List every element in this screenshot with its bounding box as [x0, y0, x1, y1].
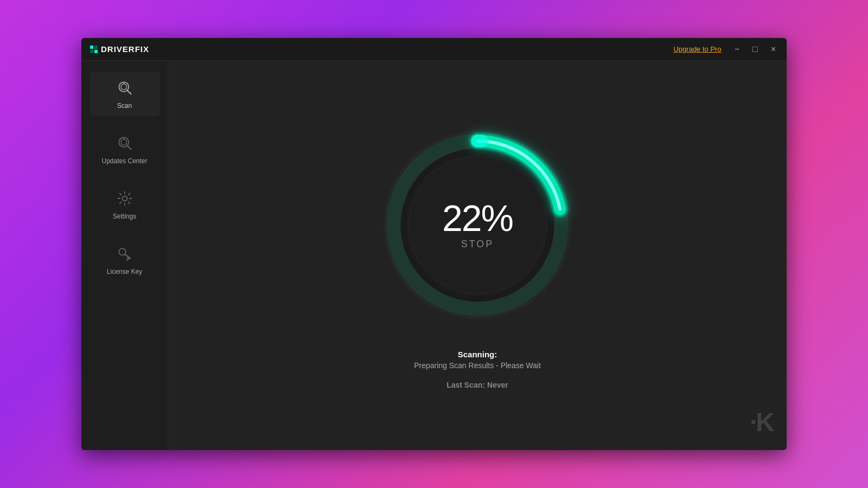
sidebar-item-license-label: License Key	[107, 268, 142, 275]
app-window: DRIVERFIX Upgrade to Pro − □ ×	[81, 38, 787, 450]
settings-icon	[115, 189, 135, 208]
stop-button[interactable]: STOP	[461, 239, 494, 250]
sidebar-item-scan-label: Scan	[117, 102, 132, 110]
logo-cell-1	[90, 46, 93, 49]
app-logo: DRIVERFIX	[90, 44, 149, 54]
sidebar: Scan Updates Center	[81, 61, 168, 450]
upgrade-link[interactable]: Upgrade to Pro	[673, 45, 721, 53]
updates-center-icon	[115, 133, 135, 153]
logo-cell-2	[94, 46, 98, 49]
scan-center: 22% STOP	[442, 200, 513, 250]
scanning-label: Scanning:	[414, 350, 541, 359]
sidebar-item-license-key[interactable]: License Key	[90, 237, 160, 282]
title-bar: DRIVERFIX Upgrade to Pro − □ ×	[81, 38, 787, 61]
svg-line-6	[127, 145, 131, 149]
logo-grid-icon	[90, 46, 98, 53]
content-area: 22% STOP Scanning: Preparing Scan Result…	[168, 61, 787, 450]
sidebar-item-scan[interactable]: Scan	[90, 72, 160, 116]
sidebar-item-settings-label: Settings	[113, 213, 136, 220]
title-bar-right: Upgrade to Pro − □ ×	[673, 44, 778, 55]
sidebar-item-settings[interactable]: Settings	[90, 182, 160, 227]
scan-circle-container: 22% STOP	[374, 122, 580, 328]
title-bar-left: DRIVERFIX	[90, 44, 149, 54]
logo-cell-3	[90, 50, 93, 53]
svg-point-3	[123, 83, 124, 85]
scan-icon	[115, 78, 135, 98]
sidebar-item-updates-center[interactable]: Updates Center	[90, 127, 160, 171]
main-content: Scan Updates Center	[81, 61, 787, 450]
license-key-icon	[115, 244, 135, 264]
svg-line-10	[125, 254, 131, 259]
last-scan: Last Scan: Never	[446, 381, 508, 389]
status-text: Scanning: Preparing Scan Results - Pleas…	[414, 350, 541, 370]
svg-point-1	[120, 84, 126, 90]
logo-cell-4	[94, 50, 98, 53]
minimize-button[interactable]: −	[732, 44, 742, 55]
scanning-detail: Preparing Scan Results - Please Wait	[414, 361, 541, 370]
maximize-button[interactable]: □	[750, 44, 760, 55]
app-name: DRIVERFIX	[101, 44, 149, 54]
scan-percent: 22%	[442, 200, 513, 236]
window-controls: − □ ×	[732, 44, 778, 55]
svg-point-5	[120, 139, 126, 145]
sidebar-item-updates-label: Updates Center	[101, 157, 147, 165]
svg-point-7	[123, 138, 124, 140]
svg-line-2	[127, 90, 131, 94]
k-watermark: ·K	[750, 407, 774, 437]
svg-point-8	[122, 196, 127, 201]
close-button[interactable]: ×	[769, 44, 778, 55]
